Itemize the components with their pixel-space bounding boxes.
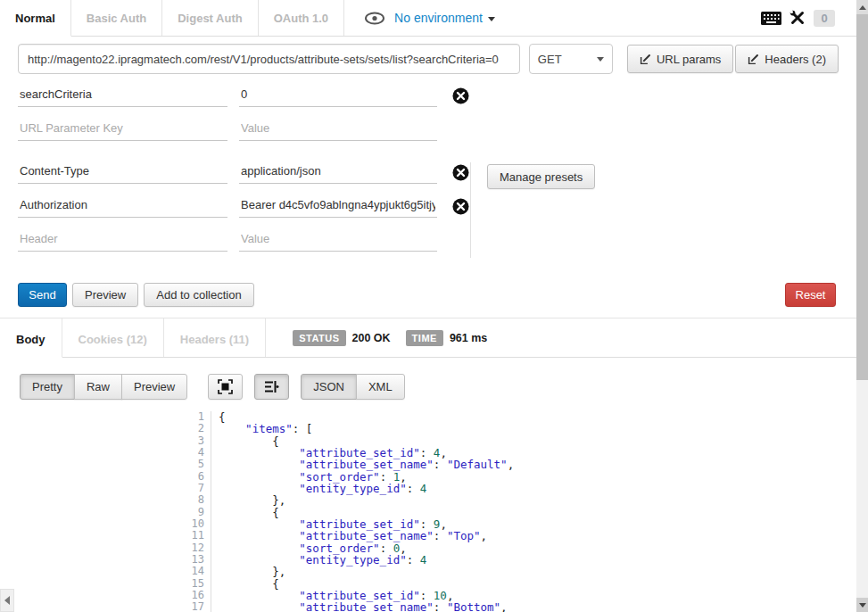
fullscreen-button[interactable] [208, 374, 243, 400]
header-key-input-2[interactable] [18, 196, 227, 218]
tab-normal[interactable]: Normal [0, 0, 71, 37]
reset-button[interactable]: Reset [785, 283, 836, 307]
pretty-button[interactable]: Pretty [20, 374, 75, 400]
code-line: 16 "attribute_set_id": 10, [0, 590, 856, 601]
line-number: 13 [0, 554, 211, 566]
param-value-input[interactable] [239, 86, 437, 107]
header-key-input-1[interactable] [18, 162, 227, 184]
code-line: 17 "attribute_set_name": "Bottom", [0, 601, 856, 612]
line-number: 4 [0, 447, 211, 459]
headers-count-label: Headers (2) [765, 53, 826, 66]
triangle-left-icon [4, 596, 10, 605]
preview-button[interactable]: Preview [72, 283, 138, 307]
section-divider [470, 162, 471, 258]
response-body-code[interactable]: 1{2 "items": [3 {4 "attribute_set_id": 4… [0, 411, 856, 612]
manage-presets-button[interactable]: Manage presets [487, 164, 595, 189]
header-row [18, 162, 839, 184]
code-line-text: { [211, 507, 279, 518]
line-number: 8 [0, 494, 211, 506]
request-actions: Send Preview Add to collection Reset [0, 264, 856, 307]
add-to-collection-button[interactable]: Add to collection [144, 283, 253, 307]
format-group: JSON XML [301, 374, 404, 400]
code-line-text: "attribute_set_name": "Bottom", [211, 601, 508, 612]
xml-button[interactable]: XML [356, 374, 405, 400]
line-number: 11 [0, 530, 211, 542]
line-number: 16 [0, 590, 211, 601]
environment-selector[interactable]: No environment [394, 11, 495, 25]
url-params-button[interactable]: URL params [627, 45, 733, 73]
line-number: 6 [0, 471, 211, 483]
code-line: 2 "items": [ [0, 423, 856, 434]
code-line-text: "attribute_set_id": 10, [211, 590, 453, 601]
remove-header-button-2[interactable] [452, 198, 469, 215]
line-number: 1 [0, 411, 211, 423]
time-badge: TIME [406, 330, 443, 346]
scrollbar-thumb[interactable] [856, 14, 868, 380]
remove-param-button[interactable] [452, 87, 469, 104]
code-line-text: "attribute_set_name": "Top", [211, 530, 487, 542]
response-meta: STATUS 200 OK TIME 961 ms [293, 318, 496, 357]
tab-digest-auth[interactable]: Digest Auth [162, 0, 258, 36]
method-select[interactable]: GET [529, 44, 613, 74]
request-type-tabs: Normal Basic Auth Digest Auth OAuth 1.0 … [0, 0, 856, 37]
line-number: 9 [0, 507, 211, 518]
tab-body[interactable]: Body [0, 318, 62, 358]
triangle-up-icon [859, 5, 866, 10]
settings-tools-icon[interactable] [789, 10, 806, 26]
tab-cookies[interactable]: Cookies (12) [62, 318, 164, 357]
url-row: GET URL params [0, 37, 856, 74]
request-count-badge[interactable]: 0 [814, 10, 835, 27]
code-line-text: { [211, 578, 279, 590]
collapse-lines-button[interactable] [254, 374, 289, 400]
code-line: 12 "sort_order": 0, [0, 542, 856, 554]
chevron-down-icon [488, 17, 495, 21]
line-number: 7 [0, 483, 211, 494]
chevron-down-icon [597, 57, 604, 62]
param-value-input-empty[interactable] [239, 120, 437, 141]
raw-button[interactable]: Raw [74, 374, 122, 400]
line-number: 15 [0, 578, 211, 590]
environment-label: No environment [394, 11, 483, 25]
code-line-text: "sort_order": 0, [211, 542, 407, 554]
tab-response-headers[interactable]: Headers (11) [164, 318, 266, 357]
param-key-input-empty[interactable] [18, 120, 227, 141]
code-line: 7 "entity_type_id": 4 [0, 483, 856, 494]
main-content: Normal Basic Auth Digest Auth OAuth 1.0 … [0, 0, 856, 612]
headers-button[interactable]: Headers (2) [735, 45, 839, 73]
method-value: GET [538, 53, 562, 66]
code-line: 10 "attribute_set_id": 9, [0, 518, 856, 530]
edit-icon [748, 54, 759, 65]
header-key-input-empty[interactable] [18, 230, 227, 252]
header-value-input-2[interactable] [239, 196, 437, 218]
vertical-scrollbar[interactable] [856, 0, 868, 612]
tab-oauth-1-0[interactable]: OAuth 1.0 [259, 0, 344, 36]
scroll-down-arrow[interactable] [856, 598, 868, 612]
preview-mode-button[interactable]: Preview [121, 374, 187, 400]
keyboard-shortcuts-icon[interactable] [761, 12, 781, 25]
topbar-right: 0 [761, 0, 856, 36]
header-value-input-empty[interactable] [239, 230, 437, 252]
url-input[interactable] [18, 44, 520, 74]
send-button[interactable]: Send [18, 283, 67, 307]
edit-icon [640, 54, 651, 65]
header-row [18, 196, 839, 218]
json-button[interactable]: JSON [301, 374, 357, 400]
scroll-up-arrow[interactable] [856, 0, 868, 14]
remove-header-button-1[interactable] [452, 164, 469, 181]
param-row-empty [18, 120, 839, 141]
triangle-down-icon [859, 603, 866, 608]
code-line: 1{ [0, 411, 856, 423]
header-value-input-1[interactable] [239, 162, 437, 184]
code-line-text: "attribute_set_id": 4, [211, 447, 447, 459]
eye-icon[interactable] [364, 12, 385, 25]
code-line-text: "sort_order": 1, [211, 471, 407, 483]
rest-client-app: Normal Basic Auth Digest Auth OAuth 1.0 … [0, 0, 868, 612]
tab-basic-auth[interactable]: Basic Auth [71, 0, 162, 36]
code-line-text: }, [211, 494, 285, 506]
scroll-left-arrow[interactable] [0, 589, 14, 612]
code-line: 5 "attribute_set_name": "Default", [0, 459, 856, 470]
code-line-text: { [211, 435, 279, 447]
param-key-input[interactable] [18, 86, 227, 107]
time-value: 961 ms [450, 332, 487, 344]
code-line-text: "entity_type_id": 4 [211, 554, 426, 566]
